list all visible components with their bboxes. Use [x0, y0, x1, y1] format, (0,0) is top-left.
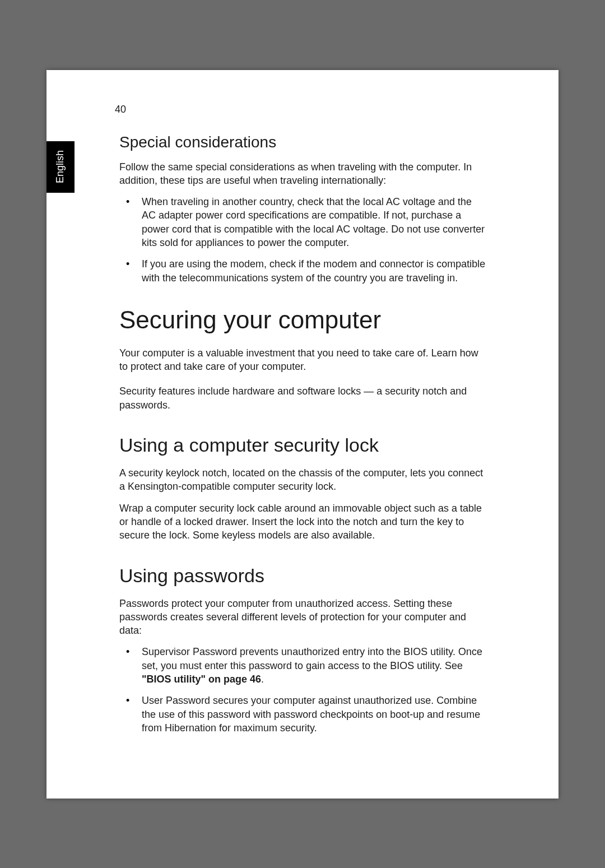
list-special: When traveling in another country, check…: [119, 195, 486, 285]
page-number: 40: [115, 104, 486, 115]
list-item: User Password secures your computer agai…: [119, 694, 486, 735]
heading-securing: Securing your computer: [119, 306, 486, 334]
bullet-text-post: .: [261, 674, 264, 685]
para-passwords-intro: Passwords protect your computer from una…: [119, 597, 486, 638]
bullet-text-pre: Supervisor Password prevents unauthorize…: [142, 646, 482, 671]
cross-reference-link[interactable]: "BIOS utility" on page 46: [142, 674, 261, 685]
language-tab: English: [46, 141, 75, 193]
heading-special-considerations: Special considerations: [119, 133, 486, 151]
heading-passwords: Using passwords: [119, 565, 486, 587]
language-label: English: [55, 150, 67, 183]
para-securing-2: Security features include hardware and s…: [119, 384, 486, 412]
para-special-intro: Follow the same special considerations a…: [119, 160, 486, 188]
document-page: English 40 Special considerations Follow…: [46, 70, 559, 799]
list-passwords: Supervisor Password prevents unauthorize…: [119, 645, 486, 735]
list-item: Supervisor Password prevents unauthorize…: [119, 645, 486, 686]
list-item: When traveling in another country, check…: [119, 195, 486, 249]
para-securing-1: Your computer is a valuable investment t…: [119, 346, 486, 374]
para-lock-2: Wrap a computer security lock cable arou…: [119, 502, 486, 542]
heading-security-lock: Using a computer security lock: [119, 434, 486, 456]
para-lock-1: A security keylock notch, located on the…: [119, 466, 486, 494]
list-item: If you are using the modem, check if the…: [119, 257, 486, 285]
